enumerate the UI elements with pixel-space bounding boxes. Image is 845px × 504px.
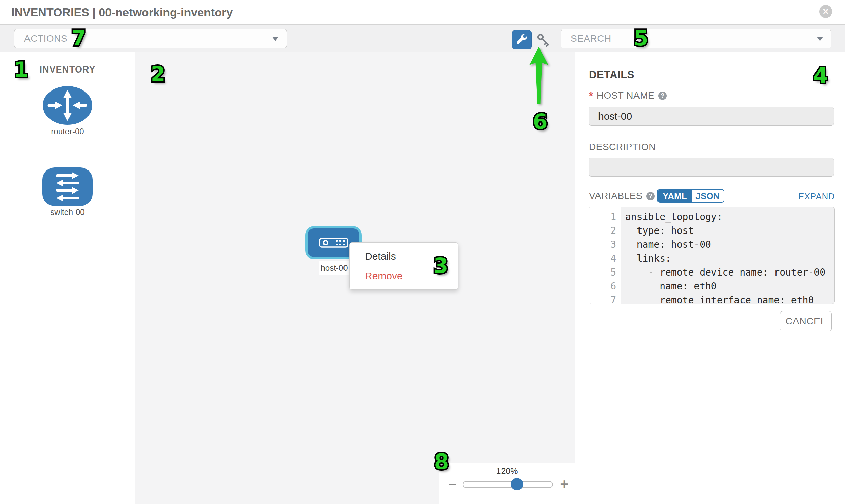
- context-menu-item-remove[interactable]: Remove: [350, 270, 458, 282]
- description-input[interactable]: [589, 158, 834, 177]
- help-icon[interactable]: ?: [646, 192, 655, 200]
- line-number: 1: [589, 210, 620, 224]
- variables-format-toggle: YAML JSON: [657, 189, 724, 203]
- key-icon: [536, 33, 552, 49]
- host-name-label: HOST NAME: [597, 90, 654, 101]
- code-line: links:: [625, 252, 834, 265]
- chevron-down-icon: [272, 37, 278, 41]
- node-context-menu: Details Remove: [349, 242, 458, 290]
- sidebar-item-switch-label: switch-00: [0, 208, 135, 217]
- details-panel-title: DETAILS: [589, 69, 634, 81]
- key-button[interactable]: [536, 33, 552, 49]
- configure-tools-button[interactable]: [512, 30, 532, 50]
- code-line: ansible_topology:: [625, 210, 834, 224]
- variables-label-row: VARIABLES ?: [589, 191, 655, 201]
- topology-canvas[interactable]: host-00 Details Remove 120% − +: [135, 52, 575, 504]
- host-name-label-row: * HOST NAME ?: [589, 90, 667, 101]
- sidebar-title: INVENTORY: [0, 65, 135, 75]
- code-line: type: host: [625, 224, 834, 238]
- actions-dropdown-label: ACTIONS: [24, 33, 68, 44]
- line-number: 5: [589, 265, 620, 279]
- router-icon[interactable]: [42, 85, 93, 126]
- editor-line-numbers: 1 2 3 4 5 6 7: [589, 207, 621, 304]
- search-dropdown-label: SEARCH: [571, 33, 611, 44]
- required-asterisk: *: [589, 90, 593, 101]
- search-dropdown[interactable]: SEARCH: [561, 29, 831, 49]
- switch-icon[interactable]: [42, 167, 93, 206]
- zoom-out-button[interactable]: −: [448, 479, 457, 489]
- wrench-icon: [516, 34, 528, 46]
- actions-dropdown[interactable]: ACTIONS: [14, 29, 287, 49]
- help-icon[interactable]: ?: [658, 91, 667, 100]
- zoom-level-value: 120%: [439, 466, 575, 476]
- variables-code-editor[interactable]: 1 2 3 4 5 6 7 ansible_topology: type: ho…: [589, 207, 835, 304]
- yaml-toggle-button[interactable]: YAML: [658, 190, 692, 202]
- zoom-in-button[interactable]: +: [560, 479, 569, 490]
- code-line: name: host-00: [625, 238, 834, 252]
- header: INVENTORIES | 00-networking-inventory ✕: [0, 0, 845, 24]
- zoom-control: 120% − +: [439, 463, 575, 504]
- json-toggle-button[interactable]: JSON: [692, 190, 724, 202]
- chevron-down-icon: [817, 37, 823, 41]
- close-icon[interactable]: ✕: [819, 5, 832, 18]
- breadcrumb: INVENTORIES | 00-networking-inventory: [11, 0, 233, 24]
- description-label-row: DESCRIPTION: [589, 142, 656, 152]
- line-number: 7: [589, 293, 620, 304]
- line-number: 4: [589, 252, 620, 265]
- toolbar: ACTIONS SEARCH: [0, 24, 845, 52]
- cancel-button[interactable]: CANCEL: [780, 311, 832, 331]
- code-line: - remote_device_name: router-00: [625, 265, 834, 279]
- code-line: name: eth0: [625, 279, 834, 293]
- host-name-input[interactable]: [589, 107, 834, 126]
- editor-code-area[interactable]: ansible_topology: type: host name: host-…: [621, 207, 834, 304]
- host-icon: [319, 237, 348, 248]
- details-panel: DETAILS * HOST NAME ? DESCRIPTION VARIAB…: [575, 52, 845, 504]
- inventory-sidebar: INVENTORY router-00: [0, 52, 135, 504]
- zoom-slider-track[interactable]: [462, 481, 553, 488]
- description-label: DESCRIPTION: [589, 142, 656, 152]
- zoom-slider-thumb[interactable]: [511, 478, 523, 490]
- host-node-label: host-00: [319, 261, 349, 275]
- variables-label: VARIABLES: [589, 191, 642, 201]
- sidebar-item-router-label: router-00: [0, 127, 135, 136]
- expand-link[interactable]: EXPAND: [798, 191, 835, 202]
- line-number: 3: [589, 238, 620, 252]
- context-menu-item-details[interactable]: Details: [350, 251, 458, 262]
- code-line: remote_interface_name: eth0: [625, 293, 834, 304]
- line-number: 2: [589, 224, 620, 238]
- inventory-topology-screen: INVENTORIES | 00-networking-inventory ✕ …: [0, 0, 845, 504]
- line-number: 6: [589, 279, 620, 293]
